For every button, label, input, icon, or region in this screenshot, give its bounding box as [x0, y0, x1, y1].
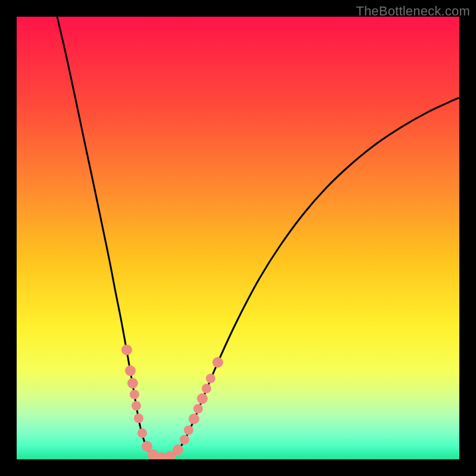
data-marker [193, 404, 203, 414]
data-marker [189, 414, 199, 424]
gradient-background [17, 17, 459, 459]
data-marker [202, 384, 211, 393]
data-marker [180, 435, 189, 444]
watermark-text: TheBottleneck.com [356, 4, 470, 19]
data-marker [125, 365, 136, 376]
data-marker [206, 374, 215, 383]
data-marker [197, 393, 208, 404]
chart-svg [17, 17, 459, 459]
data-marker [131, 401, 141, 411]
chart-frame: TheBottleneck.com [0, 0, 476, 476]
data-marker [134, 414, 143, 423]
data-marker [127, 378, 138, 389]
data-marker [137, 428, 147, 438]
data-marker [121, 345, 132, 355]
plot-area [17, 17, 459, 459]
data-marker [212, 357, 223, 368]
data-marker [130, 390, 139, 399]
data-marker [184, 425, 193, 435]
data-marker [173, 444, 183, 455]
